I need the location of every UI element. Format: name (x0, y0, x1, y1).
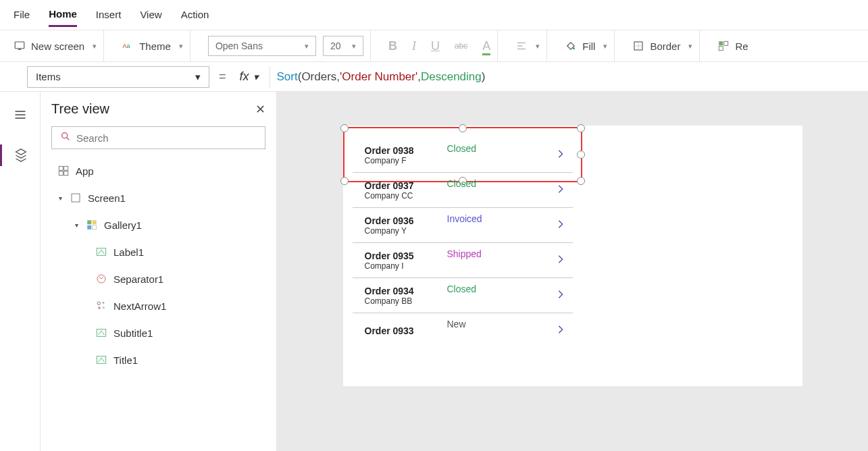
screen-icon (69, 191, 82, 205)
ribbon-group-screen: New screen ▾ (7, 30, 104, 61)
formula-input[interactable]: Sort( Orders, 'Order Number', Descending… (270, 66, 861, 88)
fx-button[interactable]: fx ▾ (236, 70, 263, 84)
font-name-select[interactable]: Open Sans ▾ (208, 36, 316, 56)
tree-child-separator1[interactable]: Separator1 (51, 265, 265, 292)
caret-icon[interactable]: ▾ (57, 194, 63, 202)
row-status: Closed (447, 284, 477, 294)
svg-rect-27 (93, 226, 97, 230)
row-status: Closed (447, 143, 477, 154)
chevron-down-icon[interactable]: ▾ (93, 42, 97, 51)
strike-button[interactable]: abc (455, 41, 467, 51)
tree-label: Label1 (113, 246, 144, 258)
menu-bar: File Home Insert View Action (0, 0, 868, 30)
chevron-down-icon: ▾ (253, 71, 259, 83)
fill-icon (565, 40, 577, 52)
close-icon[interactable]: ✕ (255, 102, 265, 117)
row-title: Order 0933 (365, 325, 414, 336)
chevron-right-icon[interactable] (555, 289, 566, 302)
chevron-right-icon[interactable] (555, 219, 566, 232)
tree-child-title1[interactable]: Title1 (51, 346, 265, 373)
gallery-row[interactable]: Order 0934Company BBClosed (353, 278, 573, 313)
chevron-down-icon[interactable]: ▾ (179, 42, 183, 51)
tree-panel: Tree view ✕ App ▾ Screen1 (41, 92, 277, 451)
nextarrow-icon (95, 299, 108, 313)
formula-bar: Items ▾ = fx ▾ Sort( Orders, 'Order Numb… (0, 62, 868, 92)
row-status: New (447, 319, 466, 329)
svg-rect-20 (64, 166, 68, 170)
chevron-right-icon[interactable] (555, 184, 566, 197)
font-size-select[interactable]: 20 ▾ (323, 36, 363, 56)
screen-icon (14, 40, 26, 52)
search-input[interactable] (76, 132, 257, 144)
menu-file[interactable]: File (14, 3, 30, 26)
row-status: Closed (447, 178, 477, 189)
reorder-button[interactable]: Re (735, 41, 748, 52)
chevron-down-icon[interactable]: ▾ (536, 42, 540, 51)
svg-rect-31 (97, 329, 106, 337)
caret-icon[interactable]: ▾ (73, 221, 80, 229)
italic-button[interactable]: I (412, 39, 416, 53)
bold-button[interactable]: B (388, 39, 397, 53)
chevron-down-icon[interactable]: ▾ (603, 42, 607, 51)
tree-child-label1[interactable]: Label1 (51, 238, 265, 265)
menu-view[interactable]: View (140, 3, 161, 26)
menu-home[interactable]: Home (49, 3, 77, 27)
ribbon-group-fill: Fill ▾ (558, 30, 615, 61)
align-icon[interactable] (515, 40, 528, 52)
property-value: Items (36, 71, 61, 82)
row-subtitle: Company I (365, 261, 414, 271)
property-select[interactable]: Items ▾ (27, 66, 209, 88)
row-status: Invoiced (447, 213, 482, 224)
chevron-right-icon[interactable] (555, 324, 566, 338)
menu-action[interactable]: Action (181, 3, 209, 26)
gallery-row[interactable]: Order 0938Company FClosed (353, 138, 573, 173)
chevron-down-icon: ▾ (305, 42, 309, 51)
fill-button[interactable]: Fill (582, 41, 595, 52)
tree-child-subtitle1[interactable]: Subtitle1 (51, 319, 265, 346)
tree-label: App (76, 165, 94, 177)
svg-rect-12 (724, 41, 728, 45)
chevron-right-icon[interactable] (555, 254, 566, 267)
gallery-row[interactable]: Order 0935Company IShipped (353, 243, 573, 278)
tree-label: Gallery1 (104, 219, 142, 231)
gallery-icon (85, 218, 99, 232)
main-area: Tree view ✕ App ▾ Screen1 (0, 92, 868, 451)
rail-hamburger[interactable] (0, 104, 41, 126)
chevron-right-icon[interactable] (555, 149, 566, 162)
canvas-area[interactable]: Order 0938Company FClosedOrder 0937Compa… (277, 92, 868, 451)
row-title: Order 0934 (365, 286, 414, 296)
app-icon (57, 164, 70, 178)
tree-child-nextarrow1[interactable]: NextArrow1 (51, 292, 265, 319)
chevron-down-icon[interactable]: ▾ (688, 42, 692, 51)
svg-line-18 (67, 138, 69, 140)
ribbon-group-text: B I U abc A (382, 30, 498, 61)
tree-screen1[interactable]: ▾ Screen1 (51, 184, 265, 211)
underline-button[interactable]: U (431, 39, 440, 53)
rail-tree-view[interactable] (0, 144, 41, 166)
tree-search[interactable] (51, 126, 265, 149)
gallery-row[interactable]: Order 0937Company CCClosed (353, 173, 573, 208)
row-title: Order 0938 (365, 145, 414, 156)
gallery-row[interactable]: Order 0933New (353, 313, 573, 348)
font-color-button[interactable]: A (482, 39, 490, 53)
tree-app[interactable]: App (51, 157, 265, 184)
menu-insert[interactable]: Insert (96, 3, 122, 26)
theme-button[interactable]: Theme (139, 41, 171, 52)
svg-rect-13 (719, 47, 723, 51)
gallery-row[interactable]: Order 0936Company YInvoiced (353, 208, 573, 243)
svg-rect-25 (93, 220, 97, 224)
app-preview[interactable]: Order 0938Company FClosedOrder 0937Compa… (343, 126, 802, 386)
formula-kw: Descending (421, 70, 482, 84)
new-screen-button[interactable]: New screen (31, 41, 84, 52)
chevron-down-icon: ▾ (352, 42, 356, 51)
separator-icon (95, 272, 108, 286)
row-subtitle: Company Y (365, 226, 414, 236)
gallery-control[interactable]: Order 0938Company FClosedOrder 0937Compa… (353, 138, 573, 348)
ribbon-group-font: Open Sans ▾ 20 ▾ (201, 30, 371, 61)
border-button[interactable]: Border (650, 41, 680, 52)
theme-icon: Aa (122, 40, 134, 52)
svg-rect-24 (87, 220, 91, 224)
formula-close: ) (482, 70, 486, 84)
tree-gallery1[interactable]: ▾ Gallery1 (51, 211, 265, 238)
row-title: Order 0937 (365, 180, 414, 191)
